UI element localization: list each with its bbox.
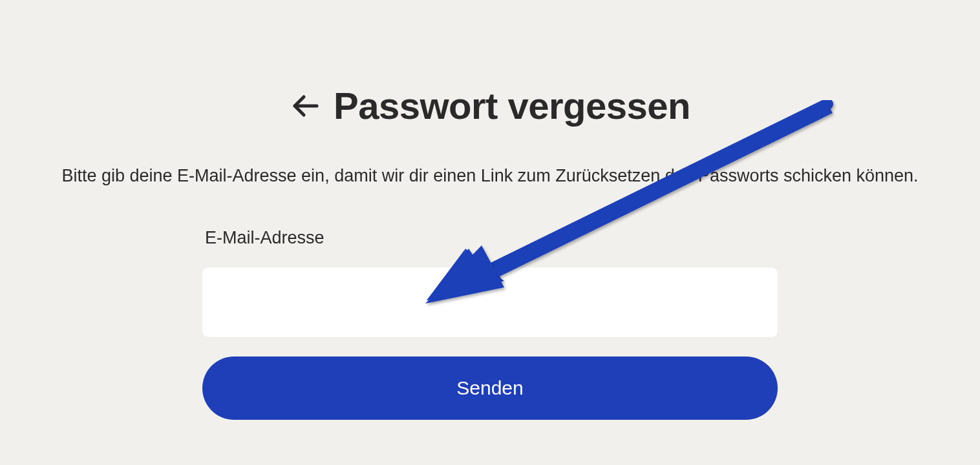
email-label: E-Mail-Adresse [202, 228, 778, 248]
page-title: Passwort vergessen [334, 84, 690, 127]
form-container: E-Mail-Adresse Senden [202, 228, 778, 420]
header-row: Passwort vergessen [290, 84, 690, 127]
email-input[interactable] [202, 267, 778, 337]
submit-button[interactable]: Senden [202, 356, 778, 420]
back-button[interactable] [290, 90, 321, 121]
page-description: Bitte gib deine E-Mail-Adresse ein, dami… [61, 166, 918, 186]
arrow-left-icon [290, 90, 321, 121]
forgot-password-container: Passwort vergessen Bitte gib deine E-Mai… [0, 0, 980, 420]
